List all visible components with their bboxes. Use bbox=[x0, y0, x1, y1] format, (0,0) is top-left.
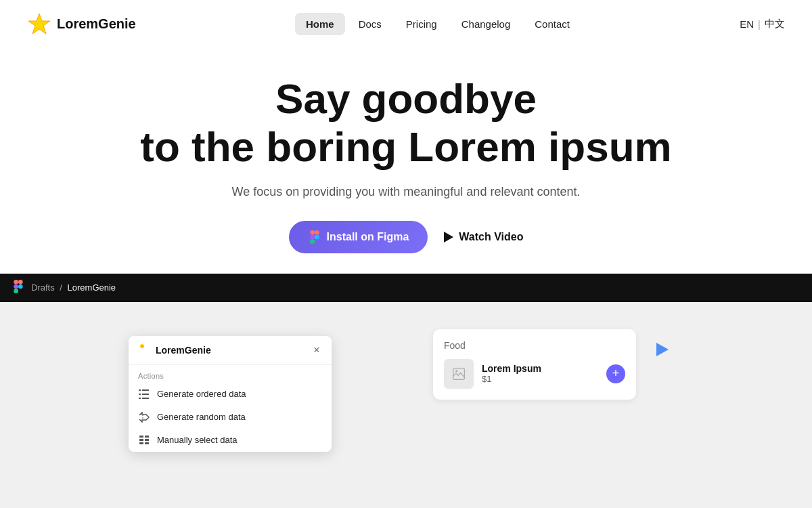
demo-canvas: LoremGenie × Actions Generate ordered da… bbox=[0, 302, 812, 508]
plugin-action-random[interactable]: Generate random data bbox=[129, 406, 332, 429]
nav-home[interactable]: Home bbox=[295, 13, 345, 35]
svg-rect-7 bbox=[14, 280, 18, 284]
plugin-header-left: LoremGenie bbox=[138, 344, 211, 356]
svg-rect-16 bbox=[139, 394, 141, 395]
svg-rect-20 bbox=[139, 436, 143, 438]
hero-section: Say goodbye to the boring Lorem ipsum We… bbox=[0, 47, 812, 274]
figma-topbar: Drafts / LoremGenie bbox=[0, 274, 812, 302]
install-label: Install on Figma bbox=[327, 231, 409, 243]
food-name: Lorem Ipsum bbox=[482, 363, 598, 374]
svg-rect-2 bbox=[315, 230, 319, 235]
lang-divider: | bbox=[758, 18, 761, 30]
breadcrumb: Drafts / LoremGenie bbox=[31, 282, 116, 293]
random-data-icon bbox=[138, 411, 150, 423]
food-add-button[interactable]: + bbox=[606, 364, 625, 383]
svg-rect-25 bbox=[145, 442, 149, 444]
svg-rect-24 bbox=[139, 442, 143, 444]
svg-rect-9 bbox=[14, 284, 18, 289]
breadcrumb-slash: / bbox=[60, 282, 64, 293]
nav-docs[interactable]: Docs bbox=[348, 13, 392, 35]
hero-title: Say goodbye to the boring Lorem ipsum bbox=[140, 75, 671, 171]
svg-rect-19 bbox=[142, 398, 149, 399]
nav-contact[interactable]: Contact bbox=[524, 13, 581, 35]
figma-topbar-icon bbox=[14, 280, 23, 296]
image-placeholder-icon bbox=[452, 367, 466, 381]
ordered-list-icon bbox=[138, 388, 150, 400]
food-thumbnail bbox=[444, 359, 474, 389]
svg-rect-18 bbox=[139, 398, 141, 399]
figma-icon bbox=[308, 230, 321, 244]
nav-pricing[interactable]: Pricing bbox=[395, 13, 448, 35]
plugin-header: LoremGenie × bbox=[129, 336, 332, 365]
plugin-logo-icon bbox=[138, 344, 150, 356]
breadcrumb-current: LoremGenie bbox=[68, 282, 116, 293]
navbar: LoremGenie Home Docs Pricing Changelog C… bbox=[0, 0, 812, 47]
plugin-actions-label: Actions bbox=[129, 365, 332, 383]
food-info: Lorem Ipsum $1 bbox=[482, 363, 598, 384]
svg-rect-3 bbox=[310, 234, 315, 239]
hero-title-line1: Say goodbye bbox=[275, 75, 537, 122]
play-icon bbox=[444, 232, 453, 242]
lang-en[interactable]: EN bbox=[740, 18, 754, 30]
svg-rect-5 bbox=[310, 239, 315, 244]
svg-rect-14 bbox=[139, 389, 141, 391]
lang-zh[interactable]: 中文 bbox=[765, 18, 785, 30]
svg-rect-15 bbox=[142, 389, 149, 391]
svg-rect-11 bbox=[14, 289, 18, 293]
svg-point-6 bbox=[315, 234, 319, 239]
logo-star-icon bbox=[27, 12, 51, 36]
hero-title-line2: to the boring Lorem ipsum bbox=[140, 123, 671, 170]
food-card: Food Lorem Ipsum $1 + bbox=[433, 329, 636, 400]
action-manual-label: Manually select data bbox=[157, 435, 238, 445]
svg-rect-10 bbox=[18, 284, 23, 289]
action-random-label: Generate random data bbox=[157, 412, 246, 422]
svg-rect-17 bbox=[142, 394, 149, 395]
plugin-action-manual[interactable]: Manually select data bbox=[129, 429, 332, 452]
food-price: $1 bbox=[482, 374, 598, 384]
plugin-action-ordered[interactable]: Generate ordered data bbox=[129, 383, 332, 406]
logo-text: LoremGenie bbox=[57, 16, 136, 32]
nav-changelog[interactable]: Changelog bbox=[451, 13, 522, 35]
plugin-panel: LoremGenie × Actions Generate ordered da… bbox=[129, 336, 332, 452]
hero-subtitle: We focus on providing you with meaningfu… bbox=[232, 185, 581, 199]
svg-rect-22 bbox=[139, 439, 143, 441]
manual-select-icon bbox=[138, 434, 150, 446]
plugin-title: LoremGenie bbox=[156, 345, 211, 356]
hero-buttons: Install on Figma Watch Video bbox=[289, 221, 524, 253]
video-label: Watch Video bbox=[459, 231, 523, 243]
breadcrumb-prefix: Drafts bbox=[31, 282, 55, 293]
svg-rect-21 bbox=[145, 436, 149, 438]
nav-links: Home Docs Pricing Changelog Contact bbox=[295, 13, 581, 35]
action-ordered-label: Generate ordered data bbox=[157, 389, 246, 399]
food-item: Lorem Ipsum $1 + bbox=[444, 359, 625, 389]
canvas-cursor-icon bbox=[656, 343, 669, 356]
install-figma-button[interactable]: Install on Figma bbox=[289, 221, 428, 253]
food-card-title: Food bbox=[444, 340, 625, 351]
logo[interactable]: LoremGenie bbox=[27, 12, 136, 36]
svg-point-27 bbox=[455, 370, 457, 372]
language-switcher: EN | 中文 bbox=[740, 18, 785, 30]
svg-rect-8 bbox=[18, 280, 23, 284]
svg-rect-1 bbox=[310, 230, 315, 235]
svg-rect-23 bbox=[145, 439, 149, 441]
svg-marker-0 bbox=[28, 14, 50, 34]
watch-video-button[interactable]: Watch Video bbox=[444, 231, 523, 243]
plugin-close-button[interactable]: × bbox=[311, 345, 322, 356]
